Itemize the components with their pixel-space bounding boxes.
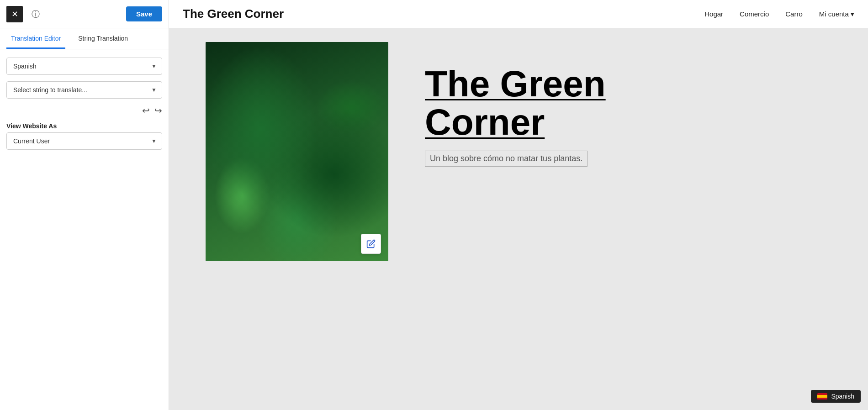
info-button[interactable]: ⓘ: [27, 6, 44, 22]
nav-links: Hogar Comercio Carro Mi cuenta ▾: [704, 10, 854, 18]
undo-button[interactable]: ↩: [142, 105, 150, 116]
nav-link-carro[interactable]: Carro: [785, 10, 803, 18]
info-icon: ⓘ: [32, 9, 40, 20]
hero-subtitle: Un blog sobre cómo no matar tus plantas.: [425, 151, 587, 167]
view-website-as-section: View Website As Current UserAdminGuest ▼: [6, 122, 162, 150]
leaf-background: [206, 42, 388, 261]
hero-text-area: The Green Corner Un blog sobre cómo no m…: [388, 37, 868, 167]
top-nav: The Green Corner Hogar Comercio Carro Mi…: [169, 0, 868, 28]
hero-heading-line2: Corner: [425, 102, 545, 142]
nav-link-mi-cuenta[interactable]: Mi cuenta ▾: [819, 10, 854, 18]
language-badge[interactable]: Spanish: [811, 390, 861, 403]
site-title: The Green Corner: [183, 7, 284, 21]
tab-translation-editor[interactable]: Translation Editor: [6, 28, 65, 49]
string-select[interactable]: Select string to translate...: [6, 81, 162, 99]
content-area: The Green Corner Un blog sobre cómo no m…: [169, 28, 868, 410]
tab-string-translation[interactable]: String Translation: [74, 28, 132, 49]
nav-link-comercio[interactable]: Comercio: [740, 10, 769, 18]
language-select[interactable]: SpanishFrenchGermanItalianPortuguese: [6, 58, 162, 75]
close-icon: ✕: [11, 9, 18, 19]
language-select-wrapper: SpanishFrenchGermanItalianPortuguese ▼: [6, 58, 162, 75]
pencil-icon: [366, 239, 376, 248]
save-button[interactable]: Save: [126, 6, 162, 21]
sidebar: ✕ ⓘ Save Translation Editor String Trans…: [0, 0, 169, 410]
history-buttons: ↩ ↪: [6, 105, 162, 116]
redo-button[interactable]: ↪: [154, 105, 162, 116]
nav-link-hogar[interactable]: Hogar: [704, 10, 723, 18]
page-content: The Green Corner Un blog sobre cómo no m…: [169, 28, 868, 410]
edit-image-button[interactable]: [361, 234, 381, 254]
sidebar-header: ✕ ⓘ Save: [0, 0, 169, 28]
hero-heading-line1: The Green: [425, 63, 606, 104]
user-select-wrapper: Current UserAdminGuest ▼: [6, 132, 162, 150]
user-select[interactable]: Current UserAdminGuest: [6, 132, 162, 150]
tabs: Translation Editor String Translation: [0, 28, 169, 49]
language-badge-label: Spanish: [831, 393, 854, 400]
view-website-as-label: View Website As: [6, 122, 162, 130]
spanish-flag-icon: [817, 393, 827, 400]
hero-image: [206, 42, 388, 261]
main-area: The Green Corner Hogar Comercio Carro Mi…: [169, 0, 868, 410]
sidebar-body: SpanishFrenchGermanItalianPortuguese ▼ S…: [0, 49, 169, 158]
string-select-wrapper: Select string to translate... ▼: [6, 81, 162, 99]
hero-heading: The Green Corner: [425, 65, 841, 142]
close-button[interactable]: ✕: [6, 6, 23, 22]
